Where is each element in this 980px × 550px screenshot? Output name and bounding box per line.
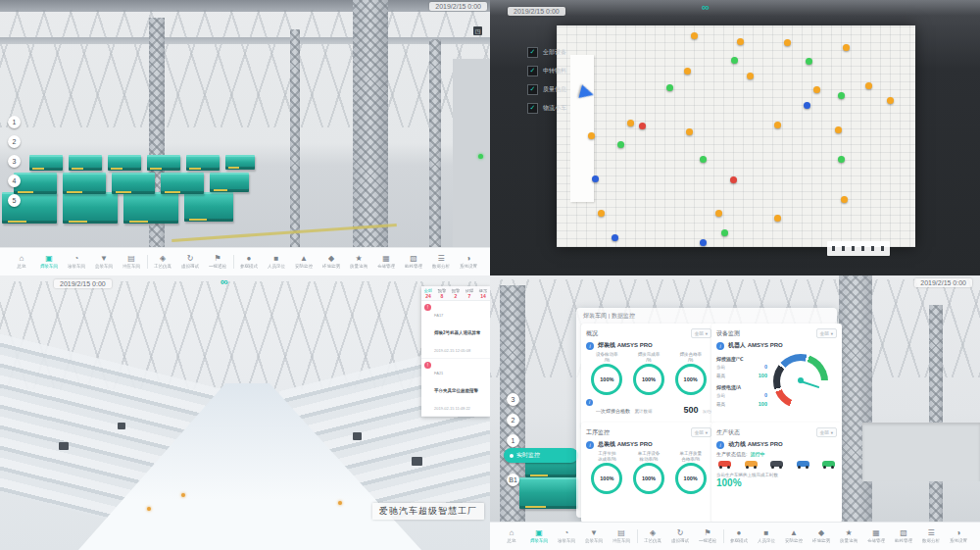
legend-row[interactable]: ✓ 物流小车 (527, 103, 566, 114)
toolbar-item[interactable] (233, 255, 234, 269)
toolbar-item[interactable]: ⌂ 总览 (10, 254, 34, 270)
toolbar-item[interactable]: ◆ 环境监测 (319, 254, 344, 270)
alarm-tab[interactable]: 故障 7 (463, 286, 476, 300)
map-marker[interactable] (838, 156, 845, 163)
alarm-tab[interactable]: 提示 14 (476, 286, 490, 300)
toolbar-item[interactable]: ◑ 系统设置 (947, 528, 971, 544)
toolbar-item[interactable]: ◆ 环境监测 (809, 528, 834, 544)
toolbar-item[interactable]: ★ 质量追溯 (837, 528, 861, 544)
map-marker[interactable] (700, 156, 707, 163)
map-marker[interactable] (612, 234, 618, 241)
filter-select[interactable]: 全部 ▾ (691, 427, 711, 437)
legend-row[interactable]: ✓ 中转物料 (527, 66, 566, 76)
map-marker[interactable] (865, 82, 872, 89)
map-marker[interactable] (700, 239, 707, 246)
toolbar-item[interactable]: ▣ 焊装车间 (527, 528, 552, 544)
checkbox-icon[interactable]: ✓ (527, 47, 538, 58)
map-marker[interactable] (730, 176, 737, 183)
toolbar-item[interactable]: ▼ 总装车间 (92, 254, 117, 270)
expand-button[interactable]: ◳ (473, 26, 482, 35)
toolbar-item[interactable]: ◈ 工艺仿真 (151, 254, 175, 270)
map-marker[interactable] (804, 102, 810, 109)
toolbar-item[interactable]: ◔ 涂装车间 (555, 528, 579, 544)
map-marker[interactable] (592, 175, 599, 182)
toolbar-item[interactable]: ↻ 虚拟调试 (178, 254, 203, 270)
filter-select[interactable]: 全部 ▾ (816, 427, 837, 437)
hotspot-badge[interactable]: 2 (8, 135, 21, 148)
checkbox-icon[interactable]: ✓ (527, 103, 538, 114)
map-marker[interactable] (617, 141, 624, 148)
toolbar-item[interactable]: ■ 人员定位 (265, 254, 289, 270)
floor-badge[interactable]: B1 (507, 474, 519, 486)
toolbar-item[interactable]: ◑ 系统设置 (457, 254, 481, 270)
toolbar-item[interactable]: ● 参观模式 (237, 254, 262, 270)
map-marker[interactable] (715, 210, 722, 217)
alarm-list-item[interactable]: ! FA17 焊装2号机器人通讯异常 2019-02-15 12:05:08 (421, 301, 490, 359)
toolbar-item[interactable]: ▧ 能耗管理 (892, 528, 916, 544)
legend-row[interactable]: ✓ 全部设备 (527, 47, 566, 58)
map-marker[interactable] (598, 210, 605, 217)
map-marker[interactable] (691, 32, 698, 39)
map-marker[interactable] (731, 57, 738, 64)
map-marker[interactable] (737, 38, 744, 45)
filter-select[interactable]: 全部 ▾ (691, 328, 711, 338)
live-monitor-pill[interactable]: 实时监控 (504, 448, 578, 463)
toolbar-item[interactable] (637, 529, 638, 543)
toolbar-item[interactable]: ★ 质量追溯 (347, 254, 371, 270)
toolbar-item[interactable]: ▲ 安防监控 (782, 528, 807, 544)
map-marker[interactable] (774, 215, 781, 222)
map-marker[interactable] (627, 120, 634, 126)
map-marker[interactable] (774, 122, 781, 128)
checkbox-icon[interactable]: ✓ (527, 66, 538, 76)
hotspot-badge[interactable]: 5 (8, 194, 21, 207)
toolbar-item[interactable]: ◈ 工艺仿真 (641, 528, 665, 544)
map-marker[interactable] (806, 58, 812, 65)
toolbar-item[interactable]: ▲ 安防监控 (292, 254, 317, 270)
toolbar-item[interactable]: ⚑ 一键巡检 (206, 254, 230, 270)
filter-select[interactable]: 全部 ▾ (816, 328, 837, 338)
map-marker[interactable] (686, 128, 693, 135)
toolbar-item[interactable]: ☰ 数据分析 (429, 254, 454, 270)
toolbar-item[interactable]: ▤ 冲压车间 (610, 528, 634, 544)
checkbox-icon[interactable]: ✓ (527, 84, 538, 95)
map-marker[interactable] (588, 132, 595, 139)
minimap[interactable] (827, 241, 890, 256)
toolbar-item[interactable]: ↻ 虚拟调试 (668, 528, 693, 544)
floor-badge[interactable]: 2 (507, 414, 519, 426)
legend-row[interactable]: ✓ 质量信息 (527, 84, 566, 95)
map-marker[interactable] (843, 44, 850, 51)
alarm-tab[interactable]: 预警 8 (435, 286, 449, 300)
map-marker[interactable] (747, 73, 754, 79)
toolbar-item[interactable]: ● 参观模式 (727, 528, 752, 544)
alarm-tab[interactable]: 报警 2 (449, 286, 463, 300)
toolbar-item[interactable]: ▧ 能耗管理 (402, 254, 426, 270)
map-marker[interactable] (784, 39, 791, 46)
toolbar-item[interactable]: ■ 人员定位 (755, 528, 779, 544)
map-marker[interactable] (887, 97, 894, 104)
alarm-list-item[interactable]: ! FA21 平台夹具定位超差报警 2019-02-15 11:48:22 (421, 359, 490, 417)
map-marker[interactable] (813, 86, 820, 93)
toolbar-item[interactable] (723, 529, 724, 543)
toolbar-item[interactable]: ▣ 焊装车间 (37, 254, 62, 270)
map-marker[interactable] (721, 229, 728, 236)
floor-badge[interactable]: 1 (507, 434, 519, 447)
toolbar-item[interactable]: ▤ 冲压车间 (120, 254, 144, 270)
toolbar-item[interactable]: ▼ 总装车间 (582, 528, 607, 544)
map-marker[interactable] (666, 84, 673, 91)
map-marker[interactable] (838, 92, 845, 99)
map-marker[interactable] (684, 68, 691, 75)
toolbar-item[interactable]: ▦ 仓储管理 (374, 254, 399, 270)
alarm-tab[interactable]: 全部 24 (421, 286, 435, 300)
toolbar-item[interactable] (147, 255, 148, 269)
hotspot-badge[interactable]: 1 (8, 116, 21, 128)
map-marker[interactable] (841, 196, 848, 203)
floor-badge[interactable]: 3 (507, 393, 519, 406)
toolbar-item[interactable]: ⚑ 一键巡检 (696, 528, 720, 544)
map-marker[interactable] (639, 123, 646, 129)
toolbar-item[interactable]: ☰ 数据分析 (919, 528, 944, 544)
hotspot-badge[interactable]: 4 (8, 175, 21, 187)
toolbar-item[interactable]: ▦ 仓储管理 (864, 528, 889, 544)
toolbar-item[interactable]: ◔ 涂装车间 (65, 254, 89, 270)
toolbar-item[interactable]: ⌂ 总览 (500, 528, 524, 544)
hotspot-badge[interactable]: 3 (8, 155, 21, 168)
